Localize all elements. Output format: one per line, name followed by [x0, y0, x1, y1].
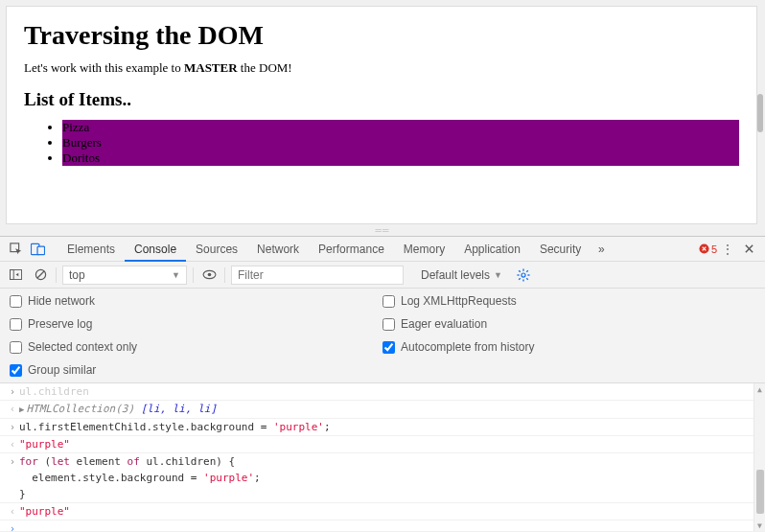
tab-network[interactable]: Network	[247, 237, 309, 262]
chevron-down-icon: ▼	[494, 270, 502, 280]
close-icon[interactable]	[738, 239, 759, 260]
tab-performance[interactable]: Performance	[309, 237, 394, 262]
error-count-badge[interactable]: 5	[699, 243, 717, 255]
tab-sources[interactable]: Sources	[186, 237, 247, 262]
console-prompt[interactable]: ›	[0, 520, 765, 532]
scroll-up-icon[interactable]: ▲	[754, 383, 765, 395]
tab-elements[interactable]: Elements	[58, 237, 125, 262]
svg-line-7	[36, 271, 43, 278]
list-heading: List of Items..	[24, 89, 739, 110]
gear-icon[interactable]	[514, 266, 533, 285]
console-row: › for (let element of ul.children) {	[0, 453, 765, 470]
page-scrollbar[interactable]	[757, 0, 763, 226]
scroll-thumb[interactable]	[757, 94, 763, 132]
rendered-page: Traversing the DOM Let's work with this …	[6, 6, 757, 224]
console-row: element.style.background = 'purple';	[0, 470, 765, 486]
filter-input[interactable]	[231, 266, 404, 285]
tab-application[interactable]: Application	[454, 237, 530, 262]
more-tabs-icon[interactable]: »	[591, 239, 612, 260]
expand-triangle-icon[interactable]: ▶	[19, 403, 24, 417]
svg-line-18	[526, 270, 528, 272]
devtools-tabbar: Elements Console Sources Network Perform…	[0, 237, 765, 262]
checkbox-autocomplete[interactable]: Autocomplete from history	[382, 340, 755, 354]
list-item: Doritos	[62, 150, 739, 166]
svg-rect-5	[10, 269, 13, 279]
inspect-element-icon[interactable]	[6, 239, 27, 260]
svg-rect-2	[37, 246, 45, 254]
live-expression-icon[interactable]	[199, 266, 219, 285]
tab-console[interactable]: Console	[125, 237, 186, 262]
console-output: › ul.children ‹ ▶HTMLCollection(3) [li, …	[0, 383, 765, 531]
svg-point-9	[207, 273, 211, 277]
console-row: ‹ "purple"	[0, 503, 765, 520]
svg-line-16	[526, 278, 528, 280]
console-row: }	[0, 486, 765, 503]
chevron-down-icon: ▼	[172, 270, 180, 280]
page-title: Traversing the DOM	[24, 20, 739, 51]
console-row: › ul.firstElementChild.style.background …	[0, 419, 765, 436]
console-sidebar-toggle-icon[interactable]	[6, 266, 25, 285]
checkbox-group-similar[interactable]: Group similar	[10, 363, 382, 377]
checkbox-log-xhr[interactable]: Log XMLHttpRequests	[382, 294, 755, 308]
list-item: Pizza	[62, 120, 739, 135]
console-row: ‹ "purple"	[0, 436, 765, 453]
list-item: Burgers	[62, 135, 739, 150]
device-toolbar-icon[interactable]	[27, 239, 48, 260]
devtools-panel: Elements Console Sources Network Perform…	[0, 236, 765, 531]
checkbox-eager-eval[interactable]: Eager evaluation	[382, 317, 755, 331]
scroll-down-icon[interactable]: ▼	[754, 520, 765, 531]
tab-memory[interactable]: Memory	[394, 237, 454, 262]
console-scrollbar[interactable]: ▲ ▼	[753, 383, 765, 531]
checkbox-preserve-log[interactable]: Preserve log	[10, 317, 382, 331]
context-selector[interactable]: top▼	[62, 266, 187, 285]
tab-security[interactable]: Security	[530, 237, 591, 262]
console-row: ‹ ▶HTMLCollection(3) [li, li, li]	[0, 401, 765, 419]
svg-point-10	[522, 272, 525, 276]
items-list: Pizza Burgers Doritos	[24, 120, 739, 166]
svg-line-17	[519, 278, 521, 280]
console-toolbar: top▼ Default levels▼	[0, 262, 765, 289]
kebab-menu-icon[interactable]: ⋮	[717, 239, 738, 260]
svg-line-15	[519, 270, 521, 272]
intro-text: Let's work with this example to MASTER t…	[24, 60, 739, 76]
clear-console-icon[interactable]	[31, 266, 50, 285]
log-levels-dropdown[interactable]: Default levels▼	[421, 268, 502, 282]
checkbox-hide-network[interactable]: Hide network	[10, 294, 382, 308]
scroll-thumb[interactable]	[756, 470, 764, 514]
console-row: › ul.children	[0, 383, 765, 401]
checkbox-selected-context[interactable]: Selected context only	[10, 340, 382, 354]
console-settings-panel: Hide network Preserve log Selected conte…	[0, 289, 765, 383]
devtools-resize-handle[interactable]: ══	[0, 224, 765, 236]
